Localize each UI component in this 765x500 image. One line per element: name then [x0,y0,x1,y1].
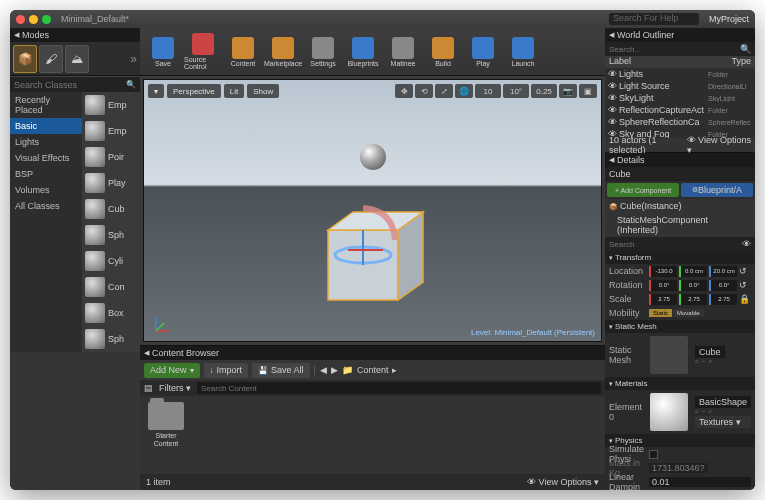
breadcrumb-expand-icon[interactable]: ▸ [392,365,397,375]
filters-button[interactable]: Filters ▾ [159,383,191,393]
add-new-button[interactable]: Add New ▾ [144,363,200,378]
mobility-movable[interactable]: Movable [673,309,704,317]
visibility-icon[interactable]: 👁 [608,81,616,91]
category-basic[interactable]: Basic [10,118,82,134]
view-options-button[interactable]: 👁 View Options ▾ [527,477,599,487]
class-search[interactable]: Search Classes [10,76,140,92]
loc-z[interactable]: 20.0 cm [709,266,737,277]
viewport-menu[interactable]: ▾ [148,84,164,98]
angle-snap[interactable]: 10° [503,84,529,98]
category-volumes[interactable]: Volumes [10,182,82,198]
lit-dropdown[interactable]: Lit [224,84,244,98]
path-back-icon[interactable]: ◀ [320,365,327,375]
viewport[interactable]: ▾ Perspective Lit Show ✥ ⟲ ⤢ 🌐 10 10° 0.… [143,79,602,342]
materials-section[interactable]: Materials [605,377,755,390]
category-recently-placed[interactable]: Recently Placed [10,92,82,118]
component-inherited[interactable]: StaticMeshComponent (Inherited) [605,213,755,237]
save-all-button[interactable]: 💾 Save All [252,363,310,378]
minimize-icon[interactable] [29,15,38,24]
transform-section[interactable]: Transform [605,251,755,264]
outliner-view-options[interactable]: 👁 View Options ▾ [687,135,751,155]
scale-snap[interactable]: 0.25 [531,84,557,98]
blueprint-button[interactable]: ⚙ Blueprint/A [681,183,753,197]
primitive-item[interactable]: Con [82,274,140,300]
primitive-item[interactable]: Emp [82,118,140,144]
paint-mode-tab[interactable]: 🖌 [39,45,63,73]
grid-snap[interactable]: 10 [475,84,501,98]
folder-item[interactable]: Starter Content [146,402,186,468]
show-dropdown[interactable]: Show [247,84,279,98]
actor-name-field[interactable]: Cube [605,167,755,181]
loc-y[interactable]: 0.0 cm [679,266,707,277]
visibility-icon[interactable]: 👁 [608,117,616,127]
launch-button[interactable]: Launch [504,30,542,74]
mobility-static[interactable]: Static [649,309,672,317]
visibility-icon[interactable]: 👁 [608,105,616,115]
mesh-dropdown[interactable]: Cube [695,346,725,358]
content-search[interactable] [197,382,601,394]
close-icon[interactable] [16,15,25,24]
path-fwd-icon[interactable]: ▶ [331,365,338,375]
content-button[interactable]: Content [224,30,262,74]
breadcrumb[interactable]: Content [357,365,389,375]
mesh-thumbnail[interactable] [650,336,688,374]
transform-scale-icon[interactable]: ⤢ [435,84,453,98]
save-button[interactable]: Save [144,30,182,74]
textures-dropdown[interactable]: Textures ▾ [695,416,751,428]
damping-field[interactable]: 0.01 [649,477,751,487]
loc-x[interactable]: -130.0 [649,266,677,277]
perspective-dropdown[interactable]: Perspective [167,84,221,98]
outliner-row[interactable]: 👁ReflectionCaptureActFolder [605,104,755,116]
mesh-section[interactable]: Static Mesh [605,320,755,333]
category-lights[interactable]: Lights [10,134,82,150]
place-mode-tab[interactable]: 📦 [13,45,37,73]
zoom-icon[interactable] [42,15,51,24]
reset-icon[interactable]: ↺ [739,266,747,276]
primitive-item[interactable]: Box [82,300,140,326]
matinee-button[interactable]: Matinee [384,30,422,74]
visibility-icon[interactable]: 👁 [608,93,616,103]
material-thumbnail[interactable] [650,393,688,431]
help-search[interactable]: Search For Help [609,13,699,25]
rot-z[interactable]: 0.0° [709,280,737,291]
scl-z[interactable]: 2.75 [709,294,737,305]
primitive-item[interactable]: Poir [82,144,140,170]
landscape-mode-tab[interactable]: ⛰ [65,45,89,73]
add-component-button[interactable]: + Add Component [607,183,679,197]
scl-x[interactable]: 2.75 [649,294,677,305]
folder-icon[interactable]: 📁 [342,365,353,375]
primitive-item[interactable]: Sph [82,326,140,352]
transform-rotate-icon[interactable]: ⟲ [415,84,433,98]
outliner-search[interactable] [609,45,740,54]
marketplace-button[interactable]: Marketplace [264,30,302,74]
coord-space-icon[interactable]: 🌐 [455,84,473,98]
details-search[interactable] [609,240,742,249]
component-instance[interactable]: 📦 Cube(Instance) [605,199,755,213]
material-dropdown[interactable]: BasicShape [695,396,751,408]
primitive-item[interactable]: Cyli [82,248,140,274]
visibility-icon[interactable]: 👁 [608,69,616,79]
outliner-row[interactable]: 👁LightsFolder [605,68,755,80]
primitive-item[interactable]: Play [82,170,140,196]
reset-icon[interactable]: ↺ [739,280,747,290]
transform-select-icon[interactable]: ✥ [395,84,413,98]
eye-icon[interactable]: 👁 [742,239,751,249]
outliner-row[interactable]: 👁Light SourceDirectionalLi [605,80,755,92]
simulate-checkbox[interactable] [649,450,658,459]
rot-y[interactable]: 0.0° [679,280,707,291]
sources-toggle-icon[interactable]: ▤ [144,383,153,393]
category-visual-effects[interactable]: Visual Effects [10,150,82,166]
rot-x[interactable]: 0.0° [649,280,677,291]
outliner-row[interactable]: 👁SkyLightSkyLight [605,92,755,104]
blueprints-button[interactable]: Blueprints [344,30,382,74]
primitive-item[interactable]: Cub [82,196,140,222]
category-all-classes[interactable]: All Classes [10,198,82,214]
expand-modes-icon[interactable]: » [130,52,137,66]
primitive-item[interactable]: Sph [82,222,140,248]
build-button[interactable]: Build [424,30,462,74]
primitive-item[interactable]: Emp [82,92,140,118]
settings-button[interactable]: Settings [304,30,342,74]
import-button[interactable]: ↓ Import [204,363,249,378]
lock-icon[interactable]: 🔒 [739,294,750,304]
maximize-icon[interactable]: ▣ [579,84,597,98]
